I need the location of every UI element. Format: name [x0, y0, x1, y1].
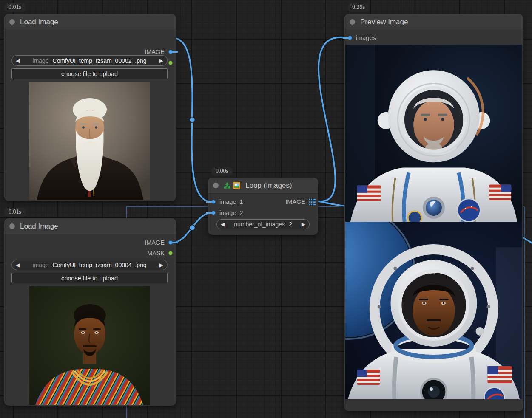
- node-header[interactable]: Preview Image: [344, 14, 523, 30]
- load-image-node-2[interactable]: Load Image IMAGE MASK ◀ image ComfyUI_te…: [4, 218, 176, 406]
- grid-output-icon[interactable]: [309, 199, 316, 205]
- loop-images-node[interactable]: Loop (Images) image_1 image_2 IMAGE ◀: [208, 178, 318, 235]
- image-output-dot[interactable]: [168, 50, 173, 54]
- collapse-dot-icon[interactable]: [9, 223, 15, 229]
- execution-time-badge: 0.01s: [4, 3, 26, 12]
- left-arrow-icon[interactable]: ◀: [16, 263, 20, 268]
- image-2-input-dot[interactable]: [211, 211, 216, 215]
- node-graph-canvas[interactable]: 0.01s Load Image IMAGE MASK ◀ image Comf…: [0, 0, 532, 418]
- right-arrow-icon[interactable]: ▶: [159, 58, 163, 63]
- output-slot-image[interactable]: IMAGE: [145, 239, 176, 246]
- link-midpoint-dot: [190, 225, 195, 231]
- collapse-dot-icon[interactable]: [350, 19, 355, 25]
- link-loop-to-preview: [317, 37, 348, 201]
- preview-image-node[interactable]: Preview Image images: [344, 14, 523, 411]
- image-filename-combo[interactable]: ◀ image ComfyUI_temp_rzsam_00002_.png ▶: [11, 55, 168, 66]
- input-slot-image-2[interactable]: image_2: [208, 209, 243, 216]
- left-arrow-icon[interactable]: ◀: [16, 58, 20, 63]
- number-of-images-widget[interactable]: ◀ number_of_images 2 ▶: [216, 219, 310, 229]
- output-slot-mask[interactable]: MASK: [147, 250, 176, 257]
- loaded-image-preview-kente-man: [29, 286, 150, 405]
- node-title: Load Image: [20, 222, 58, 231]
- loaded-image-preview-old-man: [29, 82, 150, 200]
- node-title: Loop (Images): [245, 181, 292, 190]
- node-title: Preview Image: [360, 18, 408, 26]
- left-arrow-icon[interactable]: ◀: [221, 222, 225, 227]
- output-slot-image[interactable]: IMAGE: [145, 48, 176, 55]
- load-image-node-1[interactable]: Load Image IMAGE MASK ◀ image ComfyUI_te…: [4, 14, 176, 201]
- node-header[interactable]: Load Image: [4, 14, 176, 30]
- upload-button[interactable]: choose file to upload: [11, 68, 168, 79]
- execution-time-badge: 0.39s: [348, 3, 369, 12]
- image-filename-combo[interactable]: ◀ image ComfyUI_temp_rzsam_00004_.png ▶: [11, 260, 168, 270]
- right-arrow-icon[interactable]: ▶: [302, 222, 305, 227]
- preview-image-astronaut-2: [345, 222, 522, 399]
- input-slot-images[interactable]: images: [344, 34, 376, 41]
- link-load1-to-loop: [172, 38, 212, 202]
- us-flag-patch: [489, 185, 511, 200]
- collapse-dot-icon[interactable]: [9, 19, 15, 25]
- node-header[interactable]: Loop (Images): [208, 178, 318, 194]
- mask-output-dot[interactable]: [168, 61, 173, 65]
- input-slot-image-1[interactable]: image_1: [208, 198, 243, 205]
- execution-time-badge: 0.01s: [4, 208, 26, 217]
- us-flag-patch: [357, 186, 381, 201]
- us-flag-patch: [487, 366, 512, 383]
- image-output-dot[interactable]: [168, 240, 173, 245]
- recycle-icon: [223, 181, 231, 190]
- link-midpoint-dot: [190, 117, 195, 123]
- node-title: Load Image: [20, 18, 58, 26]
- mask-output-dot[interactable]: [168, 251, 173, 255]
- image-1-input-dot[interactable]: [211, 200, 216, 204]
- preview-image-astronaut-1: [345, 45, 522, 222]
- images-input-dot[interactable]: [348, 36, 352, 40]
- collapse-dot-icon[interactable]: [213, 183, 219, 188]
- output-slot-image[interactable]: IMAGE: [285, 198, 318, 205]
- link-load2-to-loop: [172, 213, 212, 243]
- node-header[interactable]: Load Image: [4, 218, 176, 234]
- us-flag-patch: [357, 370, 380, 385]
- right-arrow-icon[interactable]: ▶: [159, 263, 163, 268]
- upload-button[interactable]: choose file to upload: [11, 273, 168, 283]
- framed-picture-icon: [233, 182, 240, 189]
- execution-time-badge: 0.00s: [211, 167, 233, 176]
